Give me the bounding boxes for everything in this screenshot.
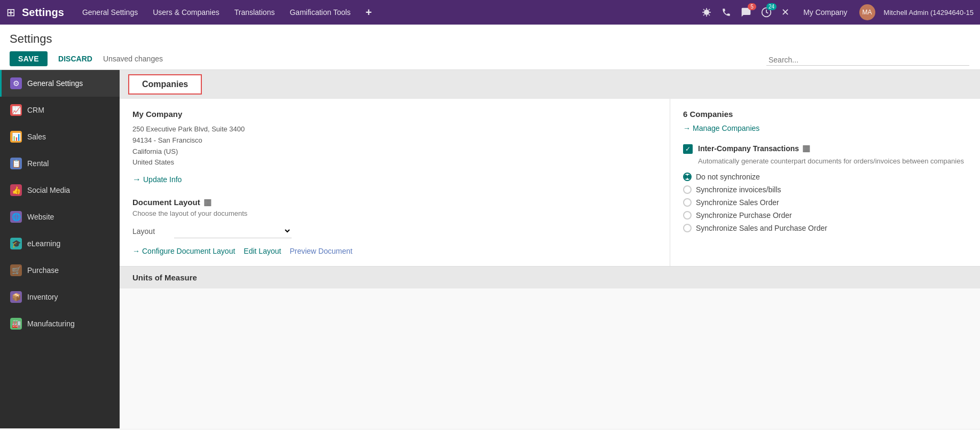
bug-icon[interactable] — [699, 5, 714, 20]
inter-company-desc: Automatically generate counterpart docum… — [698, 157, 967, 165]
sidebar-item-general-settings[interactable]: ⚙ General Settings — [0, 70, 120, 97]
section-header: Companies — [120, 70, 980, 99]
search-input[interactable] — [766, 54, 969, 66]
units-section-title: Units of Measure — [132, 273, 967, 282]
address-line-1: 250 Executive Park Blvd, Suite 3400 — [132, 124, 657, 135]
sidebar-item-manufacturing[interactable]: 🏭 Manufacturing — [0, 310, 120, 337]
clock-icon[interactable]: 24 — [759, 5, 774, 20]
preview-doc-link[interactable]: Preview Document — [289, 247, 352, 255]
avatar: MA — [859, 4, 875, 20]
configure-doc-layout-link[interactable]: → Configure Document Layout — [132, 247, 235, 255]
radio-sync-sales-circle — [683, 198, 692, 207]
gear-icon: ⚙ — [10, 77, 22, 89]
inter-company-info: Inter-Company Transactions ▦ — [698, 143, 810, 153]
user-name: Mitchell Admin (14294640-15 — [884, 9, 974, 17]
units-section: Units of Measure — [120, 266, 980, 288]
purchase-icon: 🛒 — [10, 264, 22, 276]
address-line-4: United States — [132, 157, 657, 168]
layout-select-row: Layout — [132, 224, 657, 238]
radio-sync-all[interactable]: Synchronize Sales and Purchase Order — [683, 224, 967, 232]
sidebar-item-website[interactable]: 🌐 Website — [0, 204, 120, 230]
page-title: Settings — [10, 29, 970, 48]
sidebar-item-elearning[interactable]: 🎓 eLearning — [0, 230, 120, 257]
sidebar-item-sales[interactable]: 📊 Sales — [0, 123, 120, 150]
radio-sync-purchase-label: Synchronize Purchase Order — [696, 211, 792, 220]
layout-label: Layout — [132, 227, 170, 236]
unsaved-changes-text: Unsaved changes — [103, 54, 163, 63]
radio-sync-purchase[interactable]: Synchronize Purchase Order — [683, 211, 967, 220]
sidebar-item-crm[interactable]: 📈 CRM — [0, 97, 120, 123]
nav-translations[interactable]: Translations — [228, 0, 281, 25]
app-title: Settings — [22, 6, 64, 19]
sales-icon: 📊 — [10, 131, 22, 143]
nav-general-settings[interactable]: General Settings — [76, 0, 144, 25]
doc-links: → Configure Document Layout Edit Layout … — [132, 247, 657, 255]
right-panel: 6 Companies → Manage Companies ✓ Inter-C… — [670, 99, 980, 266]
radio-sync-purchase-circle — [683, 211, 692, 220]
sidebar-item-inventory[interactable]: 📦 Inventory — [0, 284, 120, 310]
radio-no-sync[interactable]: Do not synchronize — [683, 173, 967, 181]
content-area: Companies My Company 250 Executive Park … — [120, 70, 980, 428]
add-button[interactable]: + — [359, 0, 379, 25]
configure-arrow-icon: → — [132, 247, 140, 255]
sub-header: Settings SAVE DISCARD Unsaved changes — [0, 25, 980, 70]
svg-point-0 — [704, 10, 709, 15]
top-navigation: ⊞ Settings General Settings Users & Comp… — [0, 0, 980, 25]
close-icon[interactable]: ✕ — [779, 4, 791, 20]
sidebar-label-elearning: eLearning — [27, 239, 60, 248]
doc-layout-icon: ▦ — [203, 197, 211, 207]
main-layout: ⚙ General Settings 📈 CRM 📊 Sales 📋 Renta… — [0, 70, 980, 428]
doc-layout-subtitle: Choose the layout of your documents — [132, 209, 657, 217]
sidebar-label-inventory: Inventory — [27, 293, 58, 301]
address-line-2: 94134 - San Francisco — [132, 135, 657, 146]
website-icon: 🌐 — [10, 211, 22, 223]
sidebar-item-social-media[interactable]: 👍 Social Media — [0, 177, 120, 204]
rental-icon: 📋 — [10, 158, 22, 169]
manage-companies-link[interactable]: → Manage Companies — [683, 124, 967, 132]
edit-layout-link[interactable]: Edit Layout — [244, 247, 281, 255]
company-name[interactable]: My Company — [797, 0, 853, 25]
crm-icon: 📈 — [10, 104, 22, 116]
manage-arrow-icon: → — [683, 124, 691, 132]
address-line-3: California (US) — [132, 146, 657, 158]
sidebar-label-rental: Rental — [27, 159, 49, 168]
radio-sync-all-circle — [683, 224, 692, 232]
radio-group: Do not synchronize Synchronize invoices/… — [683, 173, 967, 232]
nav-gamification-tools[interactable]: Gamification Tools — [283, 0, 357, 25]
radio-sync-invoices[interactable]: Synchronize invoices/bills — [683, 185, 967, 194]
sidebar-label-general-settings: General Settings — [27, 79, 83, 88]
companies-section-title[interactable]: Companies — [128, 74, 202, 95]
nav-users-companies[interactable]: Users & Companies — [146, 0, 226, 25]
radio-sync-invoices-label: Synchronize invoices/bills — [696, 185, 781, 194]
messages-icon[interactable]: 5 — [739, 5, 754, 20]
sidebar-label-crm: CRM — [27, 106, 44, 114]
radio-sync-sales-label: Synchronize Sales Order — [696, 198, 779, 207]
sidebar-label-manufacturing: Manufacturing — [27, 319, 75, 328]
radio-sync-invoices-circle — [683, 185, 692, 194]
sidebar: ⚙ General Settings 📈 CRM 📊 Sales 📋 Renta… — [0, 70, 120, 428]
sidebar-label-purchase: Purchase — [27, 266, 59, 275]
social-icon: 👍 — [10, 184, 22, 196]
search-bar[interactable] — [766, 54, 969, 66]
inter-company-title: Inter-Company Transactions ▦ — [698, 143, 810, 153]
radio-sync-sales[interactable]: Synchronize Sales Order — [683, 198, 967, 207]
radio-sync-all-label: Synchronize Sales and Purchase Order — [696, 224, 827, 232]
nav-icons: 5 24 ✕ My Company MA Mitchell Admin (142… — [699, 0, 974, 25]
sidebar-item-rental[interactable]: 📋 Rental — [0, 150, 120, 177]
sidebar-item-purchase[interactable]: 🛒 Purchase — [0, 257, 120, 284]
inventory-icon: 📦 — [10, 291, 22, 303]
save-button[interactable]: SAVE — [10, 51, 48, 66]
inter-company-row: ✓ Inter-Company Transactions ▦ — [683, 143, 967, 154]
clock-badge: 24 — [766, 3, 777, 10]
inter-company-checkbox[interactable]: ✓ — [683, 144, 693, 154]
layout-select[interactable] — [174, 224, 292, 238]
phone-icon[interactable] — [719, 5, 733, 19]
update-info-link[interactable]: → Update Info — [132, 175, 657, 184]
manufacturing-icon: 🏭 — [10, 318, 22, 330]
companies-count: 6 Companies — [683, 110, 967, 119]
company-name-heading: My Company — [132, 110, 657, 119]
sidebar-label-website: Website — [27, 213, 54, 221]
app-grid-icon[interactable]: ⊞ — [6, 6, 15, 19]
document-layout-section: Document Layout ▦ Choose the layout of y… — [132, 197, 657, 255]
discard-button[interactable]: DISCARD — [52, 51, 99, 66]
